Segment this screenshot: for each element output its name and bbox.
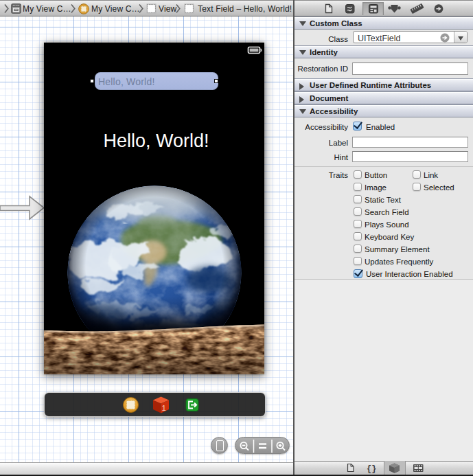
svg-text:1: 1 — [162, 404, 166, 412]
svg-text:{}: {} — [367, 464, 376, 474]
